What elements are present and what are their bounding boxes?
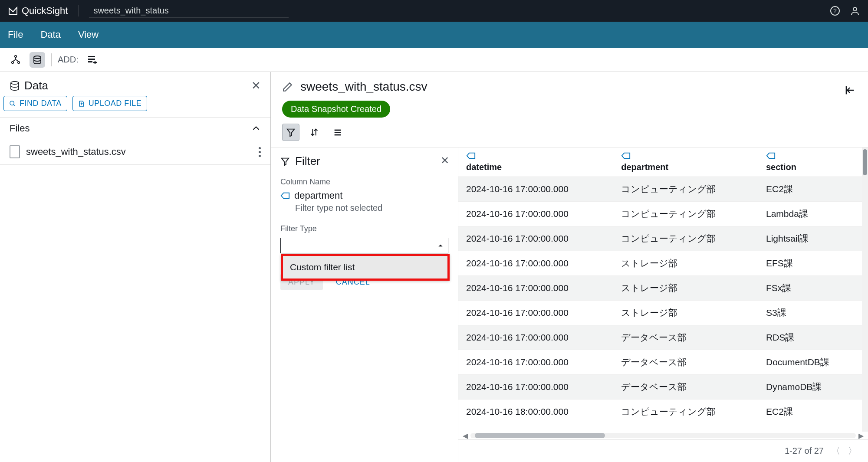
menu-file[interactable]: File: [8, 29, 23, 40]
table-row[interactable]: 2024-10-16 17:00:00.000データベース部DocumentDB…: [458, 350, 862, 375]
table-cell: DynamoDB課: [758, 375, 862, 400]
pager: 1-27 of 27 〈 〉: [458, 439, 868, 462]
table-cell: EC2課: [758, 177, 862, 202]
toolbar: ADD:: [0, 48, 868, 72]
file-row-menu-button[interactable]: [259, 147, 261, 157]
table-cell: データベース部: [613, 375, 758, 400]
help-icon[interactable]: ?: [830, 6, 840, 16]
dropdown-option-custom-filter-list[interactable]: Custom filter list: [283, 256, 447, 279]
table-row[interactable]: 2024-10-16 17:00:00.000ストレージ部EFS課: [458, 251, 862, 276]
col-header-datetime[interactable]: datetime: [458, 147, 613, 177]
chevron-up-icon[interactable]: [251, 124, 261, 133]
column-name-label: Column Name: [280, 177, 448, 187]
columns-button[interactable]: [329, 124, 346, 141]
file-row[interactable]: sweets_with_status.csv: [0, 139, 270, 164]
svg-point-6: [34, 56, 41, 59]
quicksight-logo[interactable]: QuickSight: [8, 5, 68, 16]
filter-panel-title: Filter: [295, 154, 320, 168]
pencil-icon[interactable]: [282, 81, 293, 92]
menu-data[interactable]: Data: [40, 29, 60, 40]
table-cell: データベース部: [613, 350, 758, 375]
table-cell: 2024-10-16 17:00:00.000: [458, 350, 613, 375]
svg-rect-9: [88, 61, 92, 62]
data-panel-title: Data: [24, 79, 48, 92]
vertical-scrollbar[interactable]: [862, 147, 868, 432]
table-cell: データベース部: [613, 325, 758, 350]
dataset-file-name: sweets_with_status.csv: [300, 80, 427, 94]
table-cell: 2024-10-16 17:00:00.000: [458, 375, 613, 400]
pager-next-button[interactable]: 〉: [848, 445, 857, 457]
data-view-button[interactable]: [30, 52, 45, 68]
find-data-button[interactable]: FIND DATA: [3, 96, 67, 111]
table-cell: 2024-10-16 18:00:00.000: [458, 400, 613, 424]
add-dataset-button[interactable]: [85, 52, 100, 68]
col-header-section[interactable]: section: [758, 147, 862, 177]
horizontal-scrollbar[interactable]: ◀ ▶: [458, 432, 868, 439]
col-header-department[interactable]: department: [613, 147, 758, 177]
table-row[interactable]: 2024-10-16 17:00:00.000ストレージ部S3課: [458, 301, 862, 325]
filter-toggle-button[interactable]: [282, 124, 299, 141]
table-row[interactable]: 2024-10-16 18:00:00.000コンピューティング部EC2課: [458, 400, 862, 424]
toolbar-divider: [51, 53, 52, 66]
table-cell: 2024-10-16 17:00:00.000: [458, 301, 613, 325]
table-cell: 2024-10-16 17:00:00.000: [458, 276, 613, 301]
tag-icon: [766, 152, 854, 160]
data-table-scroll[interactable]: datetime department section 2024-10-16 1…: [458, 147, 862, 432]
table-cell: ストレージ部: [613, 251, 758, 276]
table-cell: コンピューティング部: [613, 177, 758, 202]
collapse-panel-button[interactable]: [844, 84, 856, 96]
table-row[interactable]: 2024-10-16 17:00:00.000データベース部DynamoDB課: [458, 375, 862, 400]
table-cell: 2024-10-16 17:00:00.000: [458, 202, 613, 226]
svg-rect-12: [335, 130, 341, 131]
pager-prev-button[interactable]: 〈: [832, 445, 840, 457]
search-icon: [9, 100, 16, 107]
sort-button[interactable]: [306, 124, 323, 141]
table-cell: コンピューティング部: [613, 226, 758, 251]
table-cell: 2024-10-16 17:00:00.000: [458, 251, 613, 276]
svg-point-4: [12, 61, 13, 63]
table-row[interactable]: 2024-10-16 17:00:00.000データベース部RDS課: [458, 325, 862, 350]
filter-type-select[interactable]: Custom filter list: [280, 238, 448, 253]
status-badge: Data Snapshot Created: [282, 101, 390, 118]
table-cell: ストレージ部: [613, 301, 758, 325]
svg-point-11: [10, 101, 14, 105]
find-data-label: FIND DATA: [20, 99, 62, 108]
upload-icon: [78, 100, 85, 107]
scroll-left-icon[interactable]: ◀: [463, 432, 468, 440]
quicksight-logo-icon: [8, 6, 18, 16]
menu-view[interactable]: View: [78, 29, 99, 40]
add-label: ADD:: [58, 55, 79, 65]
file-icon: [10, 145, 20, 158]
schema-view-button[interactable]: [8, 52, 23, 68]
table-cell: コンピューティング部: [613, 400, 758, 424]
pager-text: 1-27 of 27: [785, 446, 824, 456]
filter-icon: [280, 157, 290, 166]
table-row[interactable]: 2024-10-16 17:00:00.000コンピューティング部Lightsa…: [458, 226, 862, 251]
data-panel: Data ✕ FIND DATA UPLOAD FILE Files sw: [0, 72, 271, 462]
upload-file-button[interactable]: UPLOAD FILE: [72, 96, 148, 111]
svg-point-2: [853, 7, 857, 11]
table-cell: 2024-10-16 17:00:00.000: [458, 226, 613, 251]
tag-icon: [280, 192, 290, 200]
filter-helper-text: Filter type not selected: [295, 203, 448, 213]
table-row[interactable]: 2024-10-16 17:00:00.000コンピューティング部Lambda課: [458, 202, 862, 226]
tag-icon: [466, 152, 605, 160]
table-cell: Lambda課: [758, 202, 862, 226]
scroll-right-icon[interactable]: ▶: [858, 432, 864, 440]
close-data-panel-button[interactable]: ✕: [251, 79, 261, 92]
data-table-wrap: datetime department section 2024-10-16 1…: [458, 147, 868, 462]
table-row[interactable]: 2024-10-16 17:00:00.000コンピューティング部EC2課: [458, 177, 862, 202]
user-icon[interactable]: [850, 6, 860, 16]
svg-rect-14: [335, 134, 341, 136]
close-filter-panel-button[interactable]: ✕: [441, 154, 449, 167]
svg-rect-8: [88, 59, 95, 60]
table-cell: S3課: [758, 301, 862, 325]
app-header: QuickSight sweets_with_status ?: [0, 0, 868, 22]
document-title[interactable]: sweets_with_status: [89, 4, 289, 18]
database-icon: [10, 81, 20, 91]
content-area: sweets_with_status.csv Data Snapshot Cre…: [271, 72, 868, 462]
caret-up-icon: [437, 242, 444, 249]
main-area: Data ✕ FIND DATA UPLOAD FILE Files sw: [0, 72, 868, 462]
table-row[interactable]: 2024-10-16 17:00:00.000ストレージ部FSx課: [458, 276, 862, 301]
filter-panel: Filter ✕ Column Name department Filter t…: [271, 147, 458, 462]
